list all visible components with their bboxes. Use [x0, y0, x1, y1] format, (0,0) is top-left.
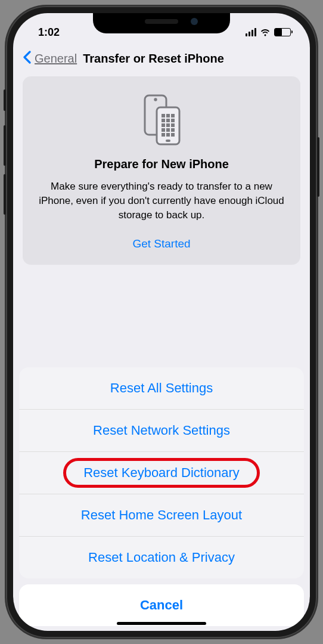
power-button	[317, 137, 319, 197]
two-phones-icon	[36, 93, 287, 147]
notch	[93, 13, 230, 33]
page-title: Transfer or Reset iPhone	[83, 52, 224, 66]
cellular-signal-icon	[246, 28, 256, 36]
front-camera	[191, 18, 198, 25]
reset-location-privacy[interactable]: Reset Location & Privacy	[19, 537, 304, 578]
svg-rect-3	[162, 114, 165, 117]
sheet-item-label: Reset Network Settings	[93, 423, 230, 438]
prepare-card: Prepare for New iPhone Make sure everyth…	[23, 76, 300, 265]
volume-up-button	[4, 125, 6, 166]
back-chevron-icon[interactable]	[23, 50, 31, 67]
svg-rect-6	[162, 119, 165, 122]
reset-keyboard-dictionary[interactable]: Reset Keyboard Dictionary	[19, 452, 304, 494]
svg-rect-7	[166, 119, 170, 122]
speaker	[145, 19, 178, 24]
battery-icon	[274, 28, 291, 36]
svg-rect-9	[162, 123, 165, 127]
volume-down-button	[4, 174, 6, 215]
get-started-link[interactable]: Get Started	[36, 237, 287, 250]
nav-bar: General Transfer or Reset iPhone	[13, 43, 310, 76]
sheet-options: Reset All Settings Reset Network Setting…	[19, 367, 304, 578]
svg-rect-16	[166, 133, 170, 137]
svg-rect-4	[166, 114, 170, 117]
sheet-item-label: Reset Location & Privacy	[88, 550, 235, 565]
svg-rect-17	[171, 133, 175, 137]
home-indicator[interactable]	[117, 622, 206, 625]
svg-rect-14	[171, 128, 175, 132]
prepare-title: Prepare for New iPhone	[36, 157, 287, 171]
screen: 1:02 General	[13, 13, 310, 631]
back-button-label[interactable]: General	[35, 52, 77, 66]
device-frame: 1:02 General	[6, 6, 317, 638]
svg-rect-13	[166, 128, 170, 132]
sheet-item-label: Reset All Settings	[110, 380, 213, 395]
sheet-item-label: Reset Home Screen Layout	[81, 507, 242, 522]
action-sheet: Reset All Settings Reset Network Setting…	[13, 367, 310, 631]
svg-rect-11	[171, 123, 175, 127]
svg-rect-18	[166, 140, 170, 142]
cancel-button[interactable]: Cancel	[19, 584, 304, 626]
reset-all-settings[interactable]: Reset All Settings	[19, 367, 304, 410]
status-icons	[246, 28, 291, 36]
status-time: 1:02	[38, 26, 60, 39]
svg-rect-5	[171, 114, 175, 117]
device-bezel: 1:02 General	[13, 13, 310, 631]
svg-rect-12	[162, 128, 165, 132]
silence-switch	[4, 89, 6, 111]
prepare-description: Make sure everything's ready to transfer…	[36, 179, 287, 222]
sheet-item-label: Reset Keyboard Dictionary	[83, 465, 240, 480]
content-area: Prepare for New iPhone Make sure everyth…	[13, 76, 310, 265]
wifi-icon	[260, 28, 271, 36]
svg-rect-8	[171, 119, 175, 122]
reset-network-settings[interactable]: Reset Network Settings	[19, 410, 304, 452]
svg-rect-15	[162, 133, 165, 137]
svg-rect-10	[166, 123, 170, 127]
svg-point-1	[155, 99, 156, 100]
reset-home-screen-layout[interactable]: Reset Home Screen Layout	[19, 494, 304, 537]
cancel-label: Cancel	[140, 597, 183, 612]
